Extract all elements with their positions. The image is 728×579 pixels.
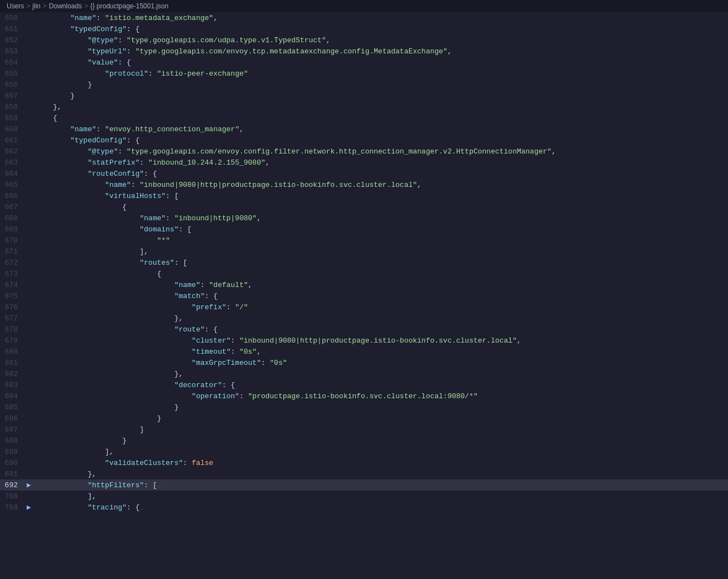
- code-line-687: 687 ]: [0, 424, 728, 435]
- code-line-662: 662 "@type": "type.googleapis.com/envoy.…: [0, 146, 728, 157]
- line-number: 690: [0, 459, 27, 467]
- code-content[interactable]: 650 "name": "istio.metadata_exchange",65…: [0, 12, 728, 579]
- line-text: "typeUrl": "type.googleapis.com/envoy.tc…: [36, 47, 728, 56]
- collapse-arrow: [27, 92, 36, 100]
- collapse-arrow: [27, 492, 36, 501]
- code-line-658: 658 },: [0, 101, 728, 112]
- breadcrumb: Users > jlin > Downloads > {} productpag…: [7, 2, 168, 10]
- line-text: },: [36, 314, 728, 323]
- code-line-688: 688 }: [0, 435, 728, 446]
- line-number: 656: [0, 81, 27, 89]
- line-number: 685: [0, 403, 27, 412]
- code-line-661: 661 "typedConfig": {: [0, 135, 728, 146]
- collapse-arrow: [27, 58, 36, 67]
- code-line-657: 657 }: [0, 90, 728, 101]
- code-line-667: 667 {: [0, 201, 728, 212]
- code-line-691: 691 },: [0, 468, 728, 479]
- collapse-arrow: [27, 414, 36, 423]
- collapse-arrow: [27, 36, 36, 44]
- line-text: }: [36, 403, 728, 412]
- collapse-arrow: [27, 203, 36, 211]
- line-number: 678: [0, 325, 27, 334]
- line-number: 681: [0, 359, 27, 367]
- line-number: 674: [0, 281, 27, 289]
- line-text: "routes": [: [36, 259, 728, 267]
- code-line-672: 672 "routes": [: [0, 257, 728, 268]
- line-number: 673: [0, 270, 27, 278]
- code-line-689: 689 ],: [0, 446, 728, 457]
- line-text: "route": {: [36, 325, 728, 334]
- code-line-681: 681 "maxGrpcTimeout": "0s": [0, 357, 728, 368]
- collapse-arrow: [27, 159, 36, 167]
- line-number: 654: [0, 58, 27, 67]
- line-number: 691: [0, 470, 27, 478]
- breadcrumb-file: {} productpage-15001.json: [90, 2, 168, 10]
- code-line-655: 655 "protocol": "istio-peer-exchange": [0, 68, 728, 79]
- code-line-674: 674 "name": "default",: [0, 279, 728, 290]
- code-line-769: 769▶ "tracing": {…: [0, 502, 728, 513]
- collapse-arrow: [27, 470, 36, 478]
- line-text: "value": {: [36, 58, 728, 67]
- code-line-671: 671 ],: [0, 246, 728, 257]
- line-number: 659: [0, 114, 27, 122]
- line-text: "typedConfig": {: [36, 25, 728, 33]
- line-number: 660: [0, 125, 27, 133]
- code-line-668: 668 "name": "inbound|http|9080",: [0, 212, 728, 224]
- code-line-685: 685 }: [0, 402, 728, 413]
- collapse-arrow: [27, 214, 36, 222]
- collapse-arrow: [27, 14, 36, 22]
- collapse-arrow: [27, 225, 36, 234]
- collapse-arrow: [27, 248, 36, 256]
- collapse-arrow: [27, 70, 36, 78]
- line-number: 684: [0, 392, 27, 400]
- code-line-682: 682 },: [0, 368, 728, 379]
- code-line-690: 690 "validateClusters": false: [0, 457, 728, 468]
- line-number: 689: [0, 448, 27, 456]
- line-number: 671: [0, 248, 27, 256]
- line-number: 676: [0, 303, 27, 311]
- line-text: }: [36, 414, 728, 423]
- line-text: "tracing": {…: [36, 503, 728, 512]
- line-number: 658: [0, 103, 27, 111]
- line-number: 653: [0, 47, 27, 56]
- collapse-arrow: [27, 125, 36, 133]
- line-number: 769: [0, 503, 27, 512]
- line-number: 675: [0, 292, 27, 300]
- collapse-arrow: [27, 114, 36, 122]
- line-number: 688: [0, 437, 27, 445]
- collapse-arrow: [27, 336, 36, 345]
- collapse-arrow: [27, 147, 36, 156]
- line-number: 686: [0, 414, 27, 423]
- collapse-arrow: [27, 136, 36, 145]
- line-text: {: [36, 270, 728, 278]
- line-number: 664: [0, 170, 27, 178]
- code-line-675: 675 "match": {: [0, 290, 728, 301]
- line-text: "operation": "productpage.istio-bookinfo…: [36, 392, 728, 400]
- line-text: "name": "istio.metadata_exchange",: [36, 14, 728, 22]
- collapse-arrow: [27, 192, 36, 200]
- collapse-arrow[interactable]: ▶: [27, 481, 36, 489]
- collapse-arrow: [27, 437, 36, 445]
- collapse-arrow: [27, 359, 36, 367]
- editor-area: 650 "name": "istio.metadata_exchange",65…: [0, 12, 728, 579]
- line-number: 661: [0, 136, 27, 145]
- line-number: 670: [0, 236, 27, 245]
- collapse-arrow: [27, 325, 36, 334]
- line-text: {: [36, 114, 728, 122]
- collapse-arrow[interactable]: ▶: [27, 503, 36, 512]
- line-number: 679: [0, 336, 27, 345]
- code-line-680: 680 "timeout": "0s",: [0, 346, 728, 357]
- line-text: "domains": [: [36, 225, 728, 234]
- line-number: 650: [0, 14, 27, 22]
- collapse-arrow: [27, 425, 36, 434]
- sep-3: >: [84, 2, 88, 10]
- collapse-arrow: [27, 270, 36, 278]
- line-number: 669: [0, 225, 27, 234]
- line-number: 682: [0, 370, 27, 378]
- collapse-arrow: [27, 370, 36, 378]
- line-number: 665: [0, 181, 27, 189]
- line-text: }: [36, 92, 728, 100]
- line-text: "statPrefix": "inbound_10.244.2.155_9080…: [36, 159, 728, 167]
- line-number: 672: [0, 259, 27, 267]
- code-line-679: 679 "cluster": "inbound|9080|http|produc…: [0, 335, 728, 346]
